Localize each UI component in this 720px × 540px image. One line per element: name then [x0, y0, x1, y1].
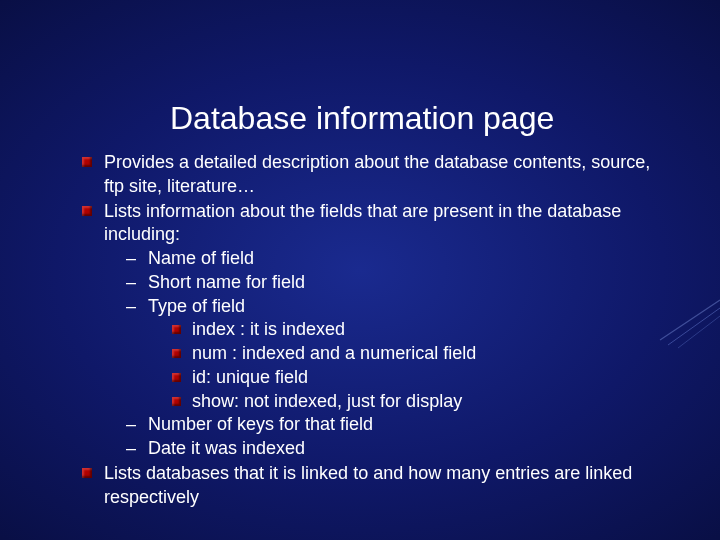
- list-item: show: not indexed, just for display: [170, 390, 660, 414]
- list-item: Short name for field: [122, 271, 660, 295]
- list-item-text: num : indexed and a numerical field: [192, 343, 476, 363]
- list-item: Name of field: [122, 247, 660, 271]
- list-item: Lists information about the fields that …: [80, 200, 660, 461]
- page-title: Database information page: [170, 100, 660, 137]
- list-item-text: index : it is indexed: [192, 319, 345, 339]
- list-item-text: Provides a detailed description about th…: [104, 152, 650, 196]
- list-item-text: Short name for field: [148, 272, 305, 292]
- list-item: Provides a detailed description about th…: [80, 151, 660, 199]
- list-item-text: Lists databases that it is linked to and…: [104, 463, 632, 507]
- body-text: Provides a detailed description about th…: [80, 151, 660, 509]
- list-item-text: Lists information about the fields that …: [104, 201, 621, 245]
- slide: Database information page Provides a det…: [0, 0, 720, 540]
- list-item: id: unique field: [170, 366, 660, 390]
- bullet-list-level-3: index : it is indexed num : indexed and …: [148, 318, 660, 413]
- light-streak-icon: [650, 290, 720, 350]
- list-item-text: id: unique field: [192, 367, 308, 387]
- list-item: Type of field index : it is indexed num …: [122, 295, 660, 414]
- list-item-text: Type of field: [148, 296, 245, 316]
- list-item-text: Number of keys for that field: [148, 414, 373, 434]
- list-item: Date it was indexed: [122, 437, 660, 461]
- bullet-list-level-1: Provides a detailed description about th…: [80, 151, 660, 509]
- list-item-text: Date it was indexed: [148, 438, 305, 458]
- bullet-list-level-2: Name of field Short name for field Type …: [104, 247, 660, 461]
- list-item-text: show: not indexed, just for display: [192, 391, 462, 411]
- list-item: num : indexed and a numerical field: [170, 342, 660, 366]
- list-item: Number of keys for that field: [122, 413, 660, 437]
- list-item-text: Name of field: [148, 248, 254, 268]
- list-item: Lists databases that it is linked to and…: [80, 462, 660, 510]
- list-item: index : it is indexed: [170, 318, 660, 342]
